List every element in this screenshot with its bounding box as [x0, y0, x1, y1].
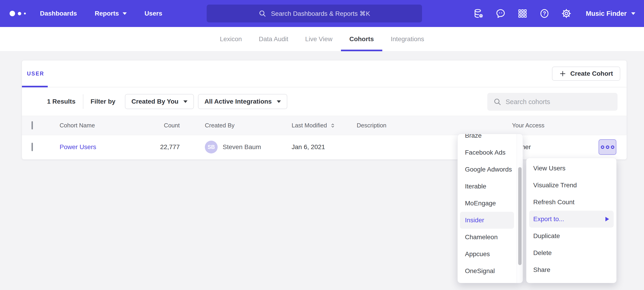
- primary-nav: Dashboards Reports Users: [40, 10, 162, 17]
- cohort-actions-menu: View Users Visualize Trend Refresh Count…: [526, 158, 616, 283]
- tab-user-cohorts[interactable]: USER: [27, 71, 44, 77]
- menu-item-view-users[interactable]: View Users: [526, 160, 616, 177]
- cohort-name-link[interactable]: Power Users: [60, 143, 96, 151]
- menu-item-insider[interactable]: Insider: [460, 212, 514, 229]
- tab-live-view[interactable]: Live View: [297, 27, 341, 51]
- nav-item-label: Dashboards: [40, 10, 77, 17]
- tab-integrations[interactable]: Integrations: [382, 27, 432, 51]
- created-by-name: Steven Baum: [223, 143, 261, 151]
- select-all-checkbox[interactable]: [32, 121, 33, 129]
- tab-cohorts[interactable]: Cohorts: [341, 27, 382, 51]
- svg-text:?: ?: [543, 11, 546, 17]
- created-by-filter-dropdown[interactable]: Created By You: [125, 94, 194, 109]
- plus-icon: [559, 70, 566, 77]
- mixpanel-logo-icon[interactable]: [10, 11, 26, 16]
- integrations-filter-dropdown[interactable]: All Active Integrations: [198, 94, 287, 109]
- menu-item-appcues[interactable]: Appcues: [458, 246, 516, 262]
- col-your-access: Your Access: [512, 122, 580, 129]
- logo-dot: [24, 13, 26, 15]
- chevron-down-icon: [184, 100, 188, 103]
- export-integrations-list: Braze Facebook Ads Google Adwords Iterab…: [458, 134, 523, 279]
- menu-item-export-to-label: Export to...: [533, 215, 564, 223]
- create-cohort-button[interactable]: Create Cohort: [552, 67, 620, 81]
- nav-item-users[interactable]: Users: [144, 10, 162, 17]
- global-search-placeholder: Search Dashboards & Reports ⌘K: [271, 10, 370, 17]
- filter-by-label: Filter by: [91, 98, 116, 105]
- menu-item-chameleon[interactable]: Chameleon: [458, 229, 516, 246]
- results-count: 1 Results: [47, 98, 76, 105]
- menu-item-refresh-count[interactable]: Refresh Count: [526, 194, 616, 211]
- search-icon: [493, 98, 502, 106]
- avatar: SB: [205, 141, 218, 154]
- tab-lexicon[interactable]: Lexicon: [212, 27, 250, 51]
- apps-grid-icon[interactable]: [517, 8, 528, 19]
- project-switcher[interactable]: Music Finder: [586, 10, 635, 17]
- col-count: Count: [135, 122, 180, 129]
- ellipsis-dot-icon: [611, 146, 614, 149]
- integrations-filter-value: All Active Integrations: [204, 98, 272, 105]
- nav-item-reports[interactable]: Reports: [95, 10, 127, 17]
- menu-item-duplicate[interactable]: Duplicate: [526, 228, 616, 244]
- ellipsis-dot-icon: [601, 146, 604, 149]
- project-name: Music Finder: [586, 10, 627, 17]
- menu-item-iterable[interactable]: Iterable: [458, 178, 516, 195]
- logo-dot: [18, 12, 21, 15]
- menu-item-facebook-ads[interactable]: Facebook Ads: [458, 144, 516, 161]
- nav-right-cluster: ? Music Finder: [474, 0, 644, 27]
- menu-item-onesignal[interactable]: OneSignal: [458, 262, 516, 279]
- top-nav: Dashboards Reports Users Search Dashboar…: [0, 0, 644, 27]
- submenu-arrow-icon: [606, 217, 609, 221]
- database-settings-icon[interactable]: [474, 8, 484, 19]
- search-icon: [258, 10, 266, 17]
- cohort-count: 22,777: [135, 143, 180, 151]
- table-header: Cohort Name Count Created By Last Modifi…: [22, 116, 627, 135]
- data-management-tabs: Lexicon Data Audit Live View Cohorts Int…: [0, 27, 644, 51]
- submenu-scrollbar-thumb[interactable]: [518, 167, 522, 265]
- chevron-down-icon: [277, 100, 281, 103]
- active-tab-underline: [22, 86, 48, 87]
- logo-dot: [10, 11, 15, 16]
- menu-item-braze[interactable]: Braze: [458, 134, 516, 144]
- global-search-input[interactable]: Search Dashboards & Reports ⌘K: [207, 5, 422, 22]
- col-description: Description: [357, 122, 512, 129]
- cohort-search-box: [487, 93, 618, 111]
- settings-gear-icon[interactable]: [561, 8, 572, 19]
- sort-icon: [330, 123, 336, 128]
- menu-item-visualize-trend[interactable]: Visualize Trend: [526, 177, 616, 194]
- table-row: Power Users 22,777 SB Steven Baum Jan 6,…: [22, 135, 627, 159]
- ellipsis-dot-icon: [606, 146, 609, 149]
- cohorts-panel: USER Create Cohort 1 Results Filter by C…: [22, 60, 627, 160]
- feedback-icon[interactable]: [495, 8, 506, 19]
- tab-data-audit[interactable]: Data Audit: [250, 27, 297, 51]
- create-cohort-label: Create Cohort: [570, 70, 613, 77]
- nav-item-label: Reports: [95, 10, 119, 17]
- col-last-modified-label: Last Modified: [292, 122, 327, 129]
- cohort-search-input[interactable]: [506, 98, 612, 106]
- nav-item-label: Users: [144, 10, 162, 17]
- row-more-options-button[interactable]: [598, 139, 616, 155]
- last-modified-date: Jan 6, 2021: [292, 143, 357, 151]
- menu-item-moengage[interactable]: MoEngage: [458, 195, 516, 212]
- divider: [83, 94, 83, 109]
- help-icon[interactable]: ?: [539, 8, 550, 19]
- col-last-modified[interactable]: Last Modified: [292, 122, 357, 129]
- nav-item-dashboards[interactable]: Dashboards: [40, 10, 77, 17]
- chevron-down-icon: [631, 12, 635, 15]
- col-cohort-name: Cohort Name: [60, 122, 135, 129]
- menu-item-share[interactable]: Share: [526, 261, 616, 278]
- filter-bar: 1 Results Filter by Created By You All A…: [22, 87, 627, 116]
- col-created-by: Created By: [205, 122, 292, 129]
- chevron-down-icon: [123, 12, 127, 15]
- row-checkbox[interactable]: [32, 143, 33, 151]
- menu-item-export-to[interactable]: Export to...: [529, 211, 614, 228]
- menu-item-google-adwords[interactable]: Google Adwords: [458, 161, 516, 178]
- menu-item-delete[interactable]: Delete: [526, 244, 616, 261]
- export-integrations-submenu: Braze Facebook Ads Google Adwords Iterab…: [458, 134, 523, 283]
- created-by-filter-value: Created By You: [131, 98, 178, 105]
- panel-header: USER Create Cohort: [22, 60, 627, 87]
